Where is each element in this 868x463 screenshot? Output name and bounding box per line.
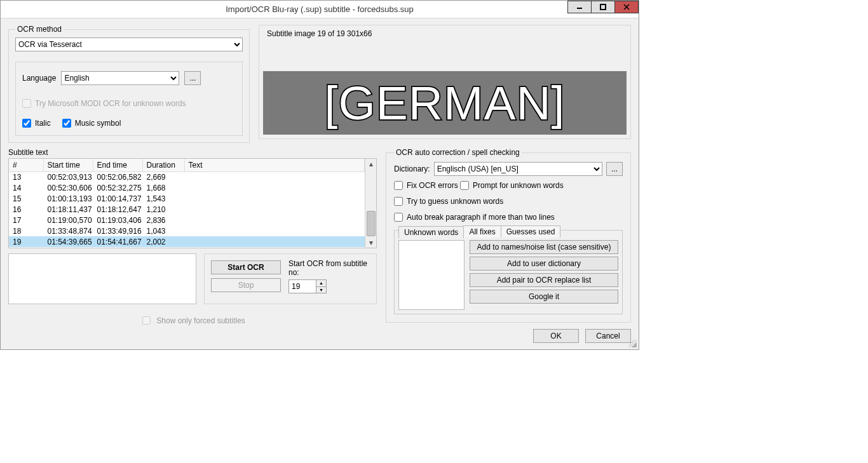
ocr-method-select[interactable]: OCR via Tesseract bbox=[15, 37, 243, 51]
svg-rect-1 bbox=[600, 4, 606, 10]
table-row[interactable]: 1400:52:30,60600:52:32,2751,668 bbox=[9, 182, 365, 193]
italic-checkbox[interactable]: Italic bbox=[22, 119, 51, 128]
table-row[interactable]: 1701:19:00,57001:19:03,4062,836 bbox=[9, 215, 365, 225]
subtitle-text-label: Subtitle text bbox=[8, 148, 377, 157]
add-user-dict-button[interactable]: Add to user dictionary bbox=[470, 257, 618, 271]
preview-label: Subtitle image 19 of 19 301x66 bbox=[267, 29, 627, 38]
col-start[interactable]: Start time bbox=[43, 159, 93, 171]
italic-checkbox-input[interactable] bbox=[22, 119, 31, 128]
google-it-button[interactable]: Google it bbox=[470, 290, 618, 304]
start-from-label: Start OCR from subtitle no: bbox=[288, 259, 370, 277]
language-label: Language bbox=[22, 74, 56, 83]
maximize-button[interactable] bbox=[591, 1, 615, 13]
italic-label: Italic bbox=[35, 119, 51, 128]
preview-text: [GERMAN] bbox=[325, 79, 566, 127]
ocr-control-panel: Start OCR Stop Start OCR from subtitle n… bbox=[204, 253, 377, 304]
modi-checkbox: Try Microsoft MODI OCR for unknown words bbox=[22, 99, 186, 108]
tab-all-fixes[interactable]: All fixes bbox=[463, 225, 501, 238]
table-row[interactable]: 1300:52:03,91300:52:06,5822,669 bbox=[9, 171, 365, 182]
resize-grip-icon[interactable] bbox=[629, 340, 637, 347]
forced-only-checkbox bbox=[142, 316, 151, 325]
dictionary-select[interactable]: Englisch (USA) [en_US] bbox=[434, 162, 602, 176]
add-names-button[interactable]: Add to names/noise list (case sensitive) bbox=[470, 240, 618, 254]
cancel-button[interactable]: Cancel bbox=[585, 329, 631, 343]
window-controls bbox=[568, 1, 639, 16]
start-ocr-button[interactable]: Start OCR bbox=[211, 260, 281, 274]
scroll-thumb[interactable] bbox=[367, 211, 376, 236]
scroll-up-icon[interactable]: ▴ bbox=[366, 159, 376, 169]
language-more-button[interactable]: ... bbox=[184, 71, 201, 85]
subtitle-text-section: Subtitle text # Start time End time Dura… bbox=[8, 148, 377, 343]
unknown-words-list[interactable] bbox=[398, 240, 465, 310]
tab-guesses-used[interactable]: Guesses used bbox=[501, 225, 561, 238]
spin-up-icon[interactable]: ▲ bbox=[316, 280, 326, 287]
tab-unknown-words[interactable]: Unknown words bbox=[398, 226, 464, 238]
music-label: Music symbol bbox=[75, 119, 121, 128]
guess-unknown-checkbox[interactable]: Try to guess unknown words bbox=[394, 197, 503, 206]
preview-area: Subtitle image 19 of 19 301x66 [GERMAN] bbox=[259, 25, 631, 139]
ocr-method-group: OCR method OCR via Tesseract Language En… bbox=[8, 25, 250, 143]
dialog-window: Import/OCR Blu-ray (.sup) subtitle - for… bbox=[0, 0, 639, 350]
table-row[interactable]: 1901:54:39,66501:54:41,6672,002 bbox=[9, 236, 365, 247]
ocr-auto-section: OCR auto correction / spell checking Dic… bbox=[386, 148, 631, 343]
fix-errors-checkbox[interactable]: Fix OCR errors bbox=[394, 181, 458, 190]
col-end[interactable]: End time bbox=[93, 159, 142, 171]
subtitle-grid-wrap: # Start time End time Duration Text 1300… bbox=[8, 158, 377, 248]
music-checkbox[interactable]: Music symbol bbox=[62, 119, 121, 128]
dictionary-more-button[interactable]: ... bbox=[606, 162, 623, 176]
modi-label: Try Microsoft MODI OCR for unknown words bbox=[35, 99, 186, 108]
modi-checkbox-input bbox=[22, 99, 31, 108]
table-row[interactable]: 1801:33:48,87401:33:49,9161,043 bbox=[9, 225, 365, 236]
auto-break-checkbox[interactable]: Auto break paragraph if more than two li… bbox=[394, 213, 555, 222]
window-title: Import/OCR Blu-ray (.sup) subtitle - for… bbox=[1, 4, 639, 14]
ocr-auto-group: OCR auto correction / spell checking Dic… bbox=[386, 148, 631, 323]
tabs-container: Unknown words All fixes Guesses used Add… bbox=[394, 230, 623, 314]
start-from-spinner[interactable]: ▲▼ bbox=[316, 279, 327, 293]
ok-button[interactable]: OK bbox=[533, 329, 579, 343]
table-row[interactable]: 1601:18:11,43701:18:12,6471,210 bbox=[9, 204, 365, 215]
language-panel: Language English ... Try Microsoft MODI … bbox=[15, 62, 243, 136]
dialog-content: OCR method OCR via Tesseract Language En… bbox=[1, 18, 639, 349]
close-button[interactable] bbox=[614, 1, 639, 13]
spin-down-icon[interactable]: ▼ bbox=[316, 287, 326, 293]
language-select[interactable]: English bbox=[61, 71, 179, 85]
col-text[interactable]: Text bbox=[184, 159, 365, 171]
grid-scrollbar[interactable]: ▴ ▾ bbox=[365, 159, 376, 248]
prompt-unknown-checkbox[interactable]: Prompt for unknown words bbox=[460, 181, 564, 190]
forced-only-label: Show only forced subtitles bbox=[156, 316, 245, 325]
preview-canvas: [GERMAN] bbox=[263, 71, 627, 135]
add-pair-button[interactable]: Add pair to OCR replace list bbox=[470, 273, 618, 287]
table-row[interactable]: 1501:00:13,19301:00:14,7371,543 bbox=[9, 193, 365, 204]
ocr-method-legend: OCR method bbox=[15, 25, 64, 34]
start-from-input[interactable] bbox=[288, 279, 316, 293]
titlebar: Import/OCR Blu-ray (.sup) subtitle - for… bbox=[1, 1, 639, 18]
minimize-button[interactable] bbox=[567, 1, 592, 13]
col-dur[interactable]: Duration bbox=[142, 159, 184, 171]
dictionary-label: Dictionary: bbox=[394, 164, 430, 173]
subtitle-grid[interactable]: # Start time End time Duration Text 1300… bbox=[9, 159, 365, 248]
stop-ocr-button: Stop bbox=[211, 278, 281, 292]
ocr-auto-legend: OCR auto correction / spell checking bbox=[394, 148, 522, 157]
col-num[interactable]: # bbox=[9, 159, 43, 171]
preview-column: Subtitle image 19 of 19 301x66 [GERMAN] bbox=[259, 25, 631, 143]
scroll-down-icon[interactable]: ▾ bbox=[366, 238, 376, 248]
message-box bbox=[8, 253, 196, 304]
music-checkbox-input[interactable] bbox=[62, 119, 71, 128]
